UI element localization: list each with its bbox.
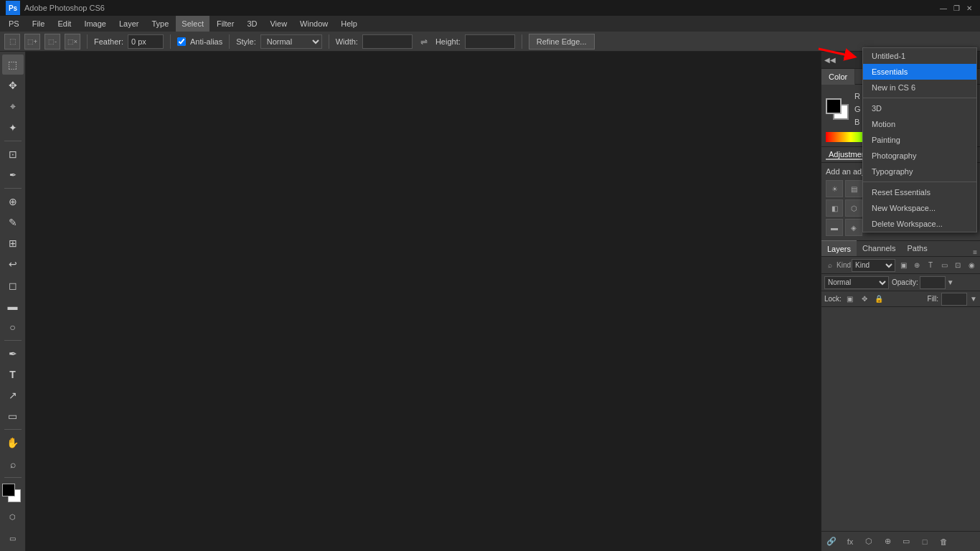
ws-item-untitled[interactable]: Untitled-1	[863, 48, 976, 64]
hand-tool[interactable]: ✋	[2, 433, 24, 453]
anti-alias-checkbox[interactable]	[177, 37, 186, 46]
separator-1	[87, 34, 88, 49]
kind-filter-toggle[interactable]: ◉	[966, 260, 977, 271]
tab-layers[interactable]: Layers	[821, 240, 857, 256]
delete-layer-btn[interactable]: 🗑	[936, 534, 951, 549]
rectangular-marquee-tool[interactable]: ⬚	[2, 55, 24, 75]
opacity-input[interactable]	[920, 276, 946, 289]
kind-filter-select[interactable]: Kind	[852, 259, 895, 272]
workspace-dropdown-menu: Untitled-1 Essentials New in CS 6 3D Mot…	[862, 47, 977, 232]
swap-icon[interactable]: ⇌	[417, 34, 431, 49]
menu-3d[interactable]: 3D	[241, 16, 263, 32]
restore-button[interactable]: ❐	[951, 3, 961, 13]
menu-window[interactable]: Window	[294, 16, 334, 32]
separator-5	[522, 34, 522, 49]
menu-select[interactable]: Select	[176, 16, 209, 32]
menu-layer[interactable]: Layer	[113, 16, 145, 32]
lock-pixels-icon[interactable]: ▣	[844, 293, 856, 305]
feather-input[interactable]	[128, 34, 164, 49]
new-layer-btn[interactable]: □	[918, 534, 932, 549]
fg-color-swatch[interactable]	[826, 98, 842, 114]
add-selection-btn[interactable]: ⬚+	[24, 34, 40, 50]
quick-select-tool[interactable]: ✦	[2, 117, 24, 137]
layer-fx-btn[interactable]: fx	[843, 534, 857, 549]
foreground-color-swatch[interactable]	[2, 484, 15, 496]
new-selection-btn[interactable]: ⬚	[4, 34, 20, 50]
tool-sep-4	[4, 429, 22, 430]
adj-filter-icon[interactable]: ⊕	[911, 260, 923, 271]
menu-view[interactable]: View	[264, 16, 293, 32]
smart-filter-icon[interactable]: ⊡	[952, 260, 963, 271]
history-brush-tool[interactable]: ↩	[2, 254, 24, 274]
photo-filter-adj-btn[interactable]: ⬡	[845, 199, 862, 217]
dodge-tool[interactable]: ○	[2, 317, 24, 337]
shape-filter-icon[interactable]: ▭	[938, 260, 950, 271]
layers-panel-menu-btn[interactable]: ≡	[973, 248, 977, 256]
ws-item-new-workspace[interactable]: New Workspace...	[863, 200, 976, 216]
menu-help[interactable]: Help	[335, 16, 363, 32]
ws-item-newcs6[interactable]: New in CS 6	[863, 80, 976, 95]
gradient-map-adj-btn[interactable]: ▬	[826, 219, 843, 236]
brightness-adj-btn[interactable]: ☀	[826, 180, 843, 197]
pixel-filter-icon[interactable]: ▣	[897, 260, 909, 271]
move-tool[interactable]: ✥	[2, 75, 24, 95]
title-text: Adobe Photoshop CS6	[24, 4, 105, 12]
menu-file[interactable]: File	[27, 16, 51, 32]
separator-3	[229, 34, 230, 49]
levels-adj-btn[interactable]: ▤	[845, 180, 862, 197]
ws-item-motion[interactable]: Motion	[863, 116, 976, 132]
ws-item-3d[interactable]: 3D	[863, 100, 976, 116]
tab-channels[interactable]: Channels	[857, 240, 901, 256]
intersect-selection-btn[interactable]: ⬚×	[65, 34, 80, 50]
tab-color[interactable]: Color	[821, 69, 855, 85]
new-adj-layer-btn[interactable]: ⊕	[880, 534, 895, 549]
lasso-tool[interactable]: ⌖	[2, 96, 24, 116]
shape-tool[interactable]: ▭	[2, 406, 24, 426]
selective-color-adj-btn[interactable]: ◈	[845, 219, 862, 236]
g-label: G	[854, 105, 862, 113]
type-filter-icon[interactable]: T	[925, 260, 936, 271]
anti-alias-label: Anti-alias	[190, 37, 222, 46]
menu-image[interactable]: Image	[78, 16, 112, 32]
ws-item-delete-workspace[interactable]: Delete Workspace...	[863, 216, 976, 232]
new-group-btn[interactable]: ▭	[899, 534, 913, 549]
pen-tool[interactable]: ✒	[2, 344, 24, 364]
type-tool[interactable]: T	[2, 364, 24, 385]
ws-item-essentials[interactable]: Essentials	[863, 64, 976, 80]
quick-mask-toggle[interactable]: ⬡	[2, 507, 24, 527]
refine-edge-button[interactable]: Refine Edge...	[529, 34, 595, 50]
eraser-tool[interactable]: ◻	[2, 275, 24, 295]
menu-edit[interactable]: Edit	[52, 16, 77, 32]
zoom-tool[interactable]: ⌕	[2, 454, 24, 474]
menu-ps[interactable]: PS	[3, 16, 25, 32]
path-selection-tool[interactable]: ↗	[2, 385, 24, 405]
style-select[interactable]: Normal Fixed Ratio Fixed Size	[260, 34, 322, 49]
height-input[interactable]	[465, 34, 515, 49]
ws-item-photography[interactable]: Photography	[863, 148, 976, 164]
screen-mode-toggle[interactable]: ▭	[2, 528, 24, 548]
add-mask-btn[interactable]: ⬡	[862, 534, 876, 549]
ws-item-typography[interactable]: Typography	[863, 164, 976, 179]
lock-position-icon[interactable]: ✥	[859, 293, 870, 305]
menu-filter[interactable]: Filter	[211, 16, 240, 32]
eyedropper-tool[interactable]: ✒	[2, 165, 24, 185]
brush-tool[interactable]: ✎	[2, 212, 24, 232]
lock-all-icon[interactable]: 🔒	[873, 293, 885, 305]
crop-tool[interactable]: ⊡	[2, 144, 24, 164]
bw-adj-btn[interactable]: ◧	[826, 199, 843, 217]
width-input[interactable]	[362, 34, 413, 49]
gradient-tool[interactable]: ▬	[2, 296, 24, 316]
spot-heal-tool[interactable]: ⊕	[2, 192, 24, 212]
ws-item-reset[interactable]: Reset Essentials	[863, 184, 976, 200]
blend-mode-select[interactable]: Normal Dissolve Multiply Screen	[824, 276, 889, 289]
minimize-button[interactable]: —	[938, 3, 948, 13]
ws-item-painting[interactable]: Painting	[863, 132, 976, 148]
link-layers-btn[interactable]: 🔗	[824, 534, 839, 549]
subtract-selection-btn[interactable]: ⬚-	[44, 34, 60, 50]
clone-stamp-tool[interactable]: ⊞	[2, 233, 24, 253]
menu-type[interactable]: Type	[146, 16, 175, 32]
fill-input[interactable]	[941, 293, 967, 306]
separator-2	[170, 34, 171, 49]
tab-paths[interactable]: Paths	[902, 240, 933, 256]
close-button[interactable]: ✕	[964, 3, 974, 13]
